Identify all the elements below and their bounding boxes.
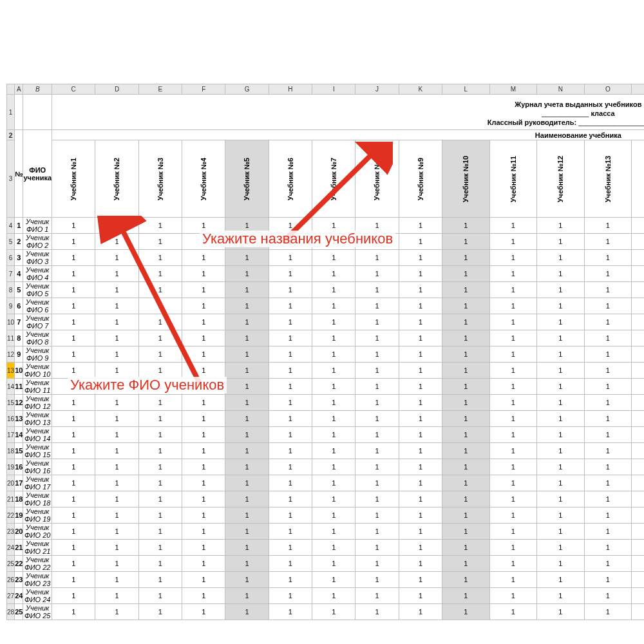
cell-data[interactable]: 1 xyxy=(632,459,645,475)
cell-data[interactable]: 1 xyxy=(182,234,225,250)
cell-data[interactable]: 1 xyxy=(442,346,489,363)
cell-data[interactable]: 1 xyxy=(312,250,355,266)
cell-data[interactable]: 1 xyxy=(537,507,584,524)
cell-data[interactable]: 1 xyxy=(355,427,399,443)
cell-data[interactable]: 1 xyxy=(312,282,355,298)
cell-data[interactable]: 1 xyxy=(138,443,182,459)
cell-fio[interactable]: Ученик ФИО 5 xyxy=(23,282,52,298)
cell-data[interactable]: 1 xyxy=(269,250,312,266)
cell-data[interactable]: 1 xyxy=(355,266,399,282)
cell-data[interactable]: 1 xyxy=(355,282,399,298)
cell-data[interactable]: 1 xyxy=(52,572,95,588)
cell-data[interactable]: 1 xyxy=(138,475,182,491)
cell-data[interactable]: 1 xyxy=(632,491,645,507)
cell-data[interactable]: 1 xyxy=(584,395,631,411)
cell-data[interactable]: 1 xyxy=(442,556,489,572)
cell-data[interactable]: 1 xyxy=(399,346,442,363)
cell-data[interactable]: 1 xyxy=(399,427,442,443)
col-header-B[interactable]: B xyxy=(23,84,52,95)
cell-data[interactable]: 1 xyxy=(632,556,645,572)
cell-data[interactable]: 1 xyxy=(225,540,269,556)
row-header[interactable]: 12 xyxy=(7,346,15,363)
cell-data[interactable]: 1 xyxy=(269,443,312,459)
cell-data[interactable]: 1 xyxy=(269,379,312,395)
cell-data[interactable]: 1 xyxy=(355,234,399,250)
row-header[interactable]: 15 xyxy=(7,395,15,411)
cell-data[interactable]: 1 xyxy=(537,604,584,620)
cell-data[interactable]: 1 xyxy=(632,363,645,379)
row-header[interactable]: 28 xyxy=(7,604,15,620)
cell-data[interactable]: 1 xyxy=(632,427,645,443)
cell-data[interactable]: 1 xyxy=(632,330,645,346)
cell-data[interactable]: 1 xyxy=(138,298,182,314)
cell-data[interactable]: 1 xyxy=(182,314,225,330)
col-header-L[interactable]: L xyxy=(442,84,489,95)
cell-data[interactable]: 1 xyxy=(442,540,489,556)
cell-data[interactable]: 1 xyxy=(138,411,182,427)
cell-data[interactable]: 1 xyxy=(95,524,138,540)
cell-data[interactable]: 1 xyxy=(225,459,269,475)
cell-data[interactable]: 1 xyxy=(182,524,225,540)
cell[interactable] xyxy=(23,95,52,130)
row-header[interactable]: 14 xyxy=(7,379,15,395)
row-header[interactable]: 4 xyxy=(7,218,15,234)
cell-data[interactable]: 1 xyxy=(399,556,442,572)
row-header[interactable]: 2 xyxy=(7,130,15,140)
cell-data[interactable]: 1 xyxy=(95,540,138,556)
cell-fio[interactable]: Ученик ФИО 21 xyxy=(23,540,52,556)
cell-data[interactable]: 1 xyxy=(537,524,584,540)
cell-data[interactable]: 1 xyxy=(355,572,399,588)
cell-data[interactable]: 1 xyxy=(52,524,95,540)
cell-data[interactable]: 1 xyxy=(225,395,269,411)
cell-data[interactable]: 1 xyxy=(182,427,225,443)
cell-data[interactable]: 1 xyxy=(225,379,269,395)
cell-data[interactable]: 1 xyxy=(225,475,269,491)
cell-num[interactable]: 23 xyxy=(15,572,23,588)
cell-data[interactable]: 1 xyxy=(312,379,355,395)
cell-data[interactable]: 1 xyxy=(138,540,182,556)
cell-data[interactable]: 1 xyxy=(489,379,536,395)
cell-data[interactable]: 1 xyxy=(355,524,399,540)
cell-data[interactable]: 1 xyxy=(399,363,442,379)
cell-data[interactable]: 1 xyxy=(182,411,225,427)
cell-data[interactable]: 1 xyxy=(269,524,312,540)
cell-num[interactable]: 20 xyxy=(15,524,23,540)
cell-data[interactable]: 1 xyxy=(138,491,182,507)
cell-data[interactable]: 1 xyxy=(399,540,442,556)
cell-data[interactable]: 1 xyxy=(138,330,182,346)
cell-data[interactable]: 1 xyxy=(632,282,645,298)
cell-data[interactable]: 1 xyxy=(269,556,312,572)
cell-data[interactable]: 1 xyxy=(312,298,355,314)
cell-data[interactable]: 1 xyxy=(442,572,489,588)
cell-data[interactable]: 1 xyxy=(355,330,399,346)
cell-num[interactable]: 8 xyxy=(15,330,23,346)
cell-data[interactable]: 1 xyxy=(537,459,584,475)
cell-data[interactable]: 1 xyxy=(269,588,312,604)
cell-data[interactable]: 1 xyxy=(584,507,631,524)
cell-data[interactable]: 1 xyxy=(442,491,489,507)
cell-data[interactable]: 1 xyxy=(584,330,631,346)
cell-data[interactable]: 1 xyxy=(182,443,225,459)
cell-data[interactable]: 1 xyxy=(225,314,269,330)
cell-data[interactable]: 1 xyxy=(225,330,269,346)
cell-data[interactable]: 1 xyxy=(632,475,645,491)
cell-data[interactable]: 1 xyxy=(632,411,645,427)
cell-data[interactable]: 1 xyxy=(355,556,399,572)
cell-data[interactable]: 1 xyxy=(52,395,95,411)
cell-data[interactable]: 1 xyxy=(182,540,225,556)
cell-data[interactable]: 1 xyxy=(584,475,631,491)
cell-data[interactable]: 1 xyxy=(95,604,138,620)
cell-data[interactable]: 1 xyxy=(399,282,442,298)
col-header-K[interactable]: K xyxy=(399,84,442,95)
cell-data[interactable]: 1 xyxy=(584,363,631,379)
cell-data[interactable]: 1 xyxy=(52,604,95,620)
col-header-H[interactable]: H xyxy=(269,84,312,95)
row-header[interactable]: 27 xyxy=(7,588,15,604)
row-header[interactable]: 19 xyxy=(7,459,15,475)
cell-data[interactable]: 1 xyxy=(632,395,645,411)
cell-data[interactable]: 1 xyxy=(399,314,442,330)
cell-data[interactable]: 1 xyxy=(269,459,312,475)
cell-data[interactable]: 1 xyxy=(269,540,312,556)
cell-data[interactable]: 1 xyxy=(489,282,536,298)
cell-data[interactable]: 1 xyxy=(442,314,489,330)
